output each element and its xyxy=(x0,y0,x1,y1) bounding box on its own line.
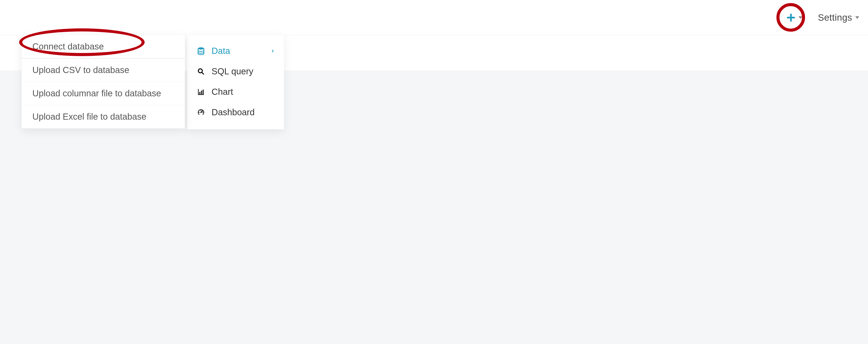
svg-rect-2 xyxy=(198,89,199,95)
settings-button[interactable]: Settings xyxy=(818,12,859,23)
settings-label: Settings xyxy=(818,12,852,23)
chevron-right-icon xyxy=(271,48,275,54)
menu-item-label: Chart xyxy=(212,87,275,97)
new-menu: Data SQL query Chart xyxy=(187,35,284,129)
menu-item-dashboard[interactable]: Dashboard xyxy=(187,102,284,123)
svg-rect-3 xyxy=(198,94,204,95)
submenu-item-label: Upload columnar file to database xyxy=(32,89,161,98)
plus-icon xyxy=(786,13,796,23)
svg-rect-6 xyxy=(203,90,204,94)
caret-down-icon xyxy=(799,16,802,19)
submenu-item-label: Connect database xyxy=(32,42,104,51)
menu-item-label: SQL query xyxy=(212,66,275,76)
svg-point-10 xyxy=(200,112,202,113)
data-submenu: Connect database Upload CSV to database … xyxy=(22,35,185,129)
search-icon xyxy=(196,68,206,75)
svg-point-7 xyxy=(199,112,200,113)
submenu-item-upload-csv[interactable]: Upload CSV to database xyxy=(22,59,185,82)
submenu-item-label: Upload Excel file to database xyxy=(32,112,146,122)
submenu-item-upload-columnar[interactable]: Upload columnar file to database xyxy=(22,82,185,105)
caret-down-icon xyxy=(855,16,859,19)
submenu-item-label: Upload CSV to database xyxy=(32,65,129,75)
svg-rect-4 xyxy=(199,92,200,94)
database-icon xyxy=(196,47,206,56)
submenu-item-connect-database[interactable]: Connect database xyxy=(22,35,185,59)
gauge-icon xyxy=(196,108,206,116)
menu-item-sql[interactable]: SQL query xyxy=(187,61,284,81)
svg-rect-5 xyxy=(201,91,202,94)
topbar-right: Settings xyxy=(786,0,868,35)
menu-item-chart[interactable]: Chart xyxy=(187,81,284,102)
menu-item-label: Dashboard xyxy=(212,107,275,117)
svg-point-8 xyxy=(200,110,202,111)
svg-point-9 xyxy=(202,112,203,113)
bar-chart-icon xyxy=(196,88,206,96)
menu-item-data[interactable]: Data xyxy=(187,41,284,61)
new-button[interactable] xyxy=(786,13,802,23)
menu-item-label: Data xyxy=(212,46,265,56)
submenu-item-upload-excel[interactable]: Upload Excel file to database xyxy=(22,105,185,128)
svg-point-0 xyxy=(198,47,204,49)
topbar: Settings xyxy=(0,0,868,35)
